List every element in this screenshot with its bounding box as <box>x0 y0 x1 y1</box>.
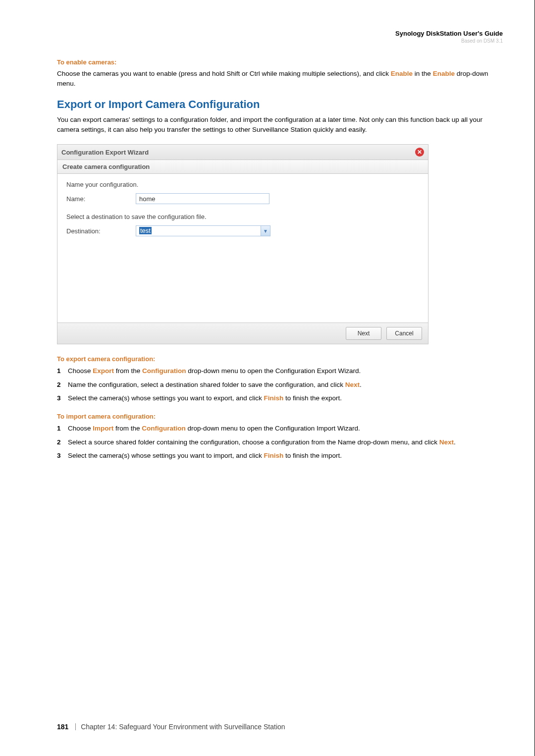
next-keyword: Next <box>439 438 454 446</box>
text: Select the camera(s) whose settings you … <box>68 394 264 402</box>
text: Choose <box>68 367 93 375</box>
next-keyword: Next <box>345 381 360 388</box>
page-number: 181 <box>57 723 68 731</box>
text: to finish the export. <box>283 394 342 402</box>
configuration-keyword: Configuration <box>142 425 185 432</box>
import-keyword: Import <box>93 425 113 432</box>
text: Select a source shared folder containing… <box>68 438 439 446</box>
text: Choose <box>68 425 93 432</box>
text: from the <box>113 425 142 432</box>
import-step-3: Select the camera(s) whose settings you … <box>57 450 503 461</box>
page-footer: 181 Chapter 14: Safeguard Your Environme… <box>57 723 285 731</box>
text: Name the configuration, select a destina… <box>68 381 345 388</box>
text: Select the camera(s) whose settings you … <box>68 452 264 459</box>
text: drop-down menu to open the Configuration… <box>186 425 360 432</box>
chapter-ref: Chapter 14: Safeguard Your Environment w… <box>81 723 285 731</box>
export-step-3: Select the camera(s) whose settings you … <box>57 393 503 404</box>
export-step-2: Name the configuration, select a destina… <box>57 379 503 390</box>
export-steps: Choose Export from the Configuration dro… <box>57 366 503 404</box>
export-step-1: Choose Export from the Configuration dro… <box>57 366 503 377</box>
finish-keyword: Finish <box>264 394 283 402</box>
export-keyword: Export <box>93 367 114 375</box>
footer-separator <box>75 723 76 730</box>
import-step-2: Select a source shared folder containing… <box>57 437 503 448</box>
configuration-keyword: Configuration <box>142 367 186 375</box>
page-border <box>0 0 535 756</box>
text: from the <box>114 367 142 375</box>
text: drop-down menu to open the Configuration… <box>186 367 361 375</box>
finish-keyword: Finish <box>264 452 283 459</box>
text: to finish the import. <box>283 452 342 459</box>
import-step-1: Choose Import from the Configuration dro… <box>57 423 503 434</box>
text: . <box>454 438 456 446</box>
text: . <box>360 381 362 388</box>
import-steps: Choose Import from the Configuration dro… <box>57 423 503 461</box>
